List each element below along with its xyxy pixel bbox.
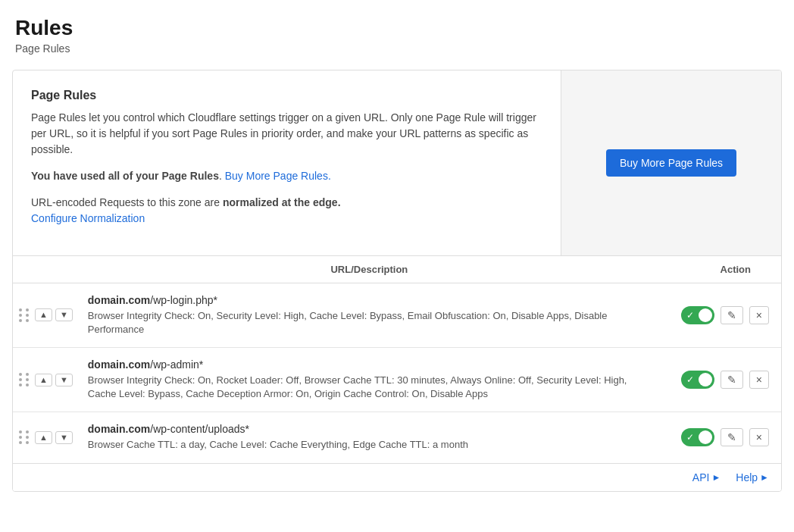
api-arrow-icon: ► — [711, 472, 721, 483]
api-link[interactable]: API ► — [692, 471, 721, 483]
rule-action-cell: ✓ ✎ × — [660, 412, 781, 463]
rule-toggle[interactable]: ✓ — [681, 371, 714, 389]
edit-rule-button[interactable]: ✎ — [721, 371, 743, 389]
info-text: Page Rules Page Rules let you control wh… — [13, 70, 561, 255]
drag-col-header — [13, 256, 79, 283]
drag-cell: ▲ ▼ — [13, 412, 79, 463]
table-header-row: URL/Description Action — [13, 256, 781, 283]
page-header: Rules Page Rules — [0, 0, 794, 62]
used-message: You have used all of your Page Rules. Bu… — [31, 168, 542, 184]
configure-normalization-link[interactable]: Configure Normalization — [31, 212, 145, 224]
rule-url: domain.com/wp-admin* — [88, 358, 651, 371]
normalization-message: URL-encoded Requests to this zone are no… — [31, 195, 542, 227]
rule-toggle[interactable]: ✓ — [681, 428, 714, 446]
normalization-static: URL-encoded Requests to this zone are — [31, 196, 220, 208]
drag-handle[interactable] — [19, 430, 30, 444]
rule-domain: domain.com — [88, 294, 150, 306]
sort-down-button[interactable]: ▼ — [55, 374, 73, 386]
rule-url-cell: domain.com/wp-admin* Browser Integrity C… — [79, 347, 660, 412]
rule-domain: domain.com — [88, 358, 150, 371]
rule-description: Browser Integrity Check: On, Rocket Load… — [88, 374, 651, 401]
help-arrow-icon: ► — [760, 472, 769, 483]
page-title: Rules — [15, 15, 779, 41]
info-cta: Buy More Page Rules — [561, 70, 781, 255]
sort-down-button[interactable]: ▼ — [55, 431, 73, 444]
rule-action-cell: ✓ ✎ × — [660, 347, 781, 412]
toggle-slider — [681, 371, 714, 389]
buy-more-link[interactable]: Buy More Page Rules. — [225, 170, 331, 182]
sort-up-button[interactable]: ▲ — [35, 431, 52, 444]
toggle-slider — [681, 306, 714, 324]
drag-handle[interactable] — [19, 373, 30, 386]
rule-toggle[interactable]: ✓ — [681, 306, 714, 324]
info-description: Page Rules let you control which Cloudfl… — [31, 110, 542, 158]
edit-rule-button[interactable]: ✎ — [721, 428, 743, 446]
info-heading: Page Rules — [31, 89, 542, 102]
delete-rule-button[interactable]: × — [749, 306, 769, 324]
help-label: Help — [736, 471, 758, 483]
rule-action-cell: ✓ ✎ × — [660, 283, 781, 347]
edit-rule-button[interactable]: ✎ — [721, 306, 743, 324]
rule-url-cell: domain.com/wp-content/uploads* Browser C… — [79, 412, 660, 463]
action-controls: ✓ ✎ × — [672, 371, 769, 389]
card-footer: API ► Help ► — [13, 463, 781, 491]
drag-handle[interactable] — [19, 308, 30, 322]
info-section: Page Rules Page Rules let you control wh… — [13, 70, 781, 256]
rule-description: Browser Cache TTL: a day, Cache Level: C… — [88, 438, 651, 452]
rule-path: /wp-admin* — [150, 358, 203, 371]
rule-domain: domain.com — [88, 423, 150, 435]
normalization-bold: normalized at the edge. — [223, 196, 341, 208]
action-col-header: Action — [660, 256, 781, 283]
table-row: ▲ ▼ domain.com/wp-content/uploads* Brows… — [13, 412, 781, 463]
api-label: API — [692, 471, 710, 483]
sort-up-button[interactable]: ▲ — [35, 308, 52, 321]
rule-url: domain.com/wp-content/uploads* — [88, 423, 651, 435]
rule-url-cell: domain.com/wp-login.php* Browser Integri… — [79, 283, 660, 347]
url-col-header: URL/Description — [79, 256, 660, 283]
help-link[interactable]: Help ► — [736, 471, 769, 483]
sort-up-button[interactable]: ▲ — [35, 374, 52, 386]
main-card: Page Rules Page Rules let you control wh… — [12, 70, 782, 492]
buy-more-button[interactable]: Buy More Page Rules — [606, 149, 736, 177]
delete-rule-button[interactable]: × — [749, 428, 769, 446]
action-controls: ✓ ✎ × — [672, 428, 769, 446]
table-row: ▲ ▼ domain.com/wp-login.php* Browser Int… — [13, 283, 781, 347]
sort-down-button[interactable]: ▼ — [55, 308, 73, 321]
used-message-static: You have used all of your Page Rules — [31, 170, 219, 182]
toggle-slider — [681, 428, 714, 446]
rule-path: /wp-login.php* — [150, 294, 217, 306]
drag-cell: ▲ ▼ — [13, 347, 79, 412]
rule-path: /wp-content/uploads* — [150, 423, 249, 435]
action-controls: ✓ ✎ × — [672, 306, 769, 324]
rule-url: domain.com/wp-login.php* — [88, 294, 651, 306]
drag-cell: ▲ ▼ — [13, 283, 79, 347]
rule-description: Browser Integrity Check: On, Security Le… — [88, 309, 651, 336]
table-row: ▲ ▼ domain.com/wp-admin* Browser Integri… — [13, 347, 781, 412]
delete-rule-button[interactable]: × — [749, 371, 769, 389]
page-subtitle: Page Rules — [15, 42, 779, 55]
rules-table: URL/Description Action ▲ — [13, 256, 781, 463]
